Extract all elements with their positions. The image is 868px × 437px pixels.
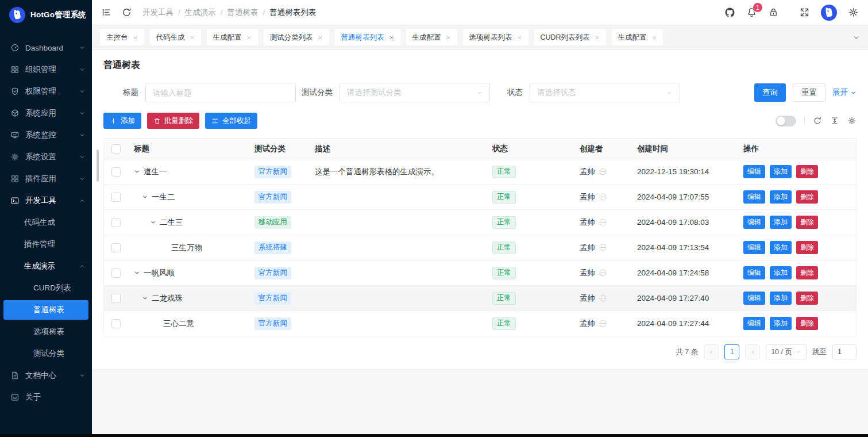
tab-console[interactable]: 主控台 [100, 29, 144, 45]
sidebar-item-curd-list[interactable]: CURD列表 [0, 277, 92, 299]
tab-gen-config-2[interactable]: 生成配置 [406, 29, 457, 45]
delete-button[interactable]: 删除 [796, 266, 818, 279]
page-number-button[interactable]: 1 [724, 344, 739, 359]
add-child-button[interactable]: 添加 [770, 216, 792, 229]
edit-button[interactable]: 编辑 [743, 216, 765, 229]
breadcrumb-item[interactable]: 普通树表 [227, 7, 259, 18]
striped-toggle[interactable] [776, 116, 796, 126]
add-child-button[interactable]: 添加 [770, 241, 792, 254]
status-select[interactable]: 请选择状态 [530, 83, 680, 102]
delete-button[interactable]: 删除 [796, 190, 818, 204]
sidebar-item-normal-tree[interactable]: 普通树表 [3, 300, 88, 320]
delete-button[interactable]: 删除 [796, 317, 818, 330]
sidebar-collapse-icon[interactable] [101, 7, 112, 18]
add-child-button[interactable]: 添加 [770, 317, 792, 330]
sidebar-item-doc-center[interactable]: 文档中心 [0, 365, 92, 386]
edit-button[interactable]: 编辑 [743, 292, 765, 305]
creator-more-icon[interactable] [599, 218, 607, 227]
fullscreen-icon[interactable] [799, 7, 810, 18]
add-child-button[interactable]: 添加 [770, 165, 792, 178]
add-button[interactable]: 添加 [103, 113, 141, 129]
search-button[interactable]: 查询 [754, 83, 786, 102]
close-icon[interactable] [595, 35, 600, 40]
edit-button[interactable]: 编辑 [743, 317, 765, 330]
lock-icon[interactable] [768, 7, 779, 18]
sidebar-item-test-category[interactable]: 测试分类 [0, 343, 92, 365]
reset-button[interactable]: 重置 [793, 83, 825, 102]
sidebar-item-system-monitor[interactable]: 系统监控 [0, 124, 92, 146]
github-icon[interactable] [724, 7, 735, 18]
close-icon[interactable] [190, 35, 195, 40]
close-icon[interactable] [651, 35, 657, 40]
expand-arrow-icon[interactable] [134, 270, 140, 276]
sidebar-item-system-app[interactable]: 系统应用 [0, 102, 92, 124]
next-page-button[interactable] [745, 344, 760, 359]
edit-button[interactable]: 编辑 [743, 266, 765, 279]
tab-list-chevron-icon[interactable] [852, 34, 860, 41]
column-settings-gear-icon[interactable] [847, 116, 857, 125]
creator-more-icon[interactable] [599, 243, 607, 252]
sidebar-item-plugin-manage[interactable]: 插件管理 [0, 233, 92, 255]
tab-test-category-list[interactable]: 测试分类列表 [264, 29, 329, 45]
tab-cudr-list[interactable]: CUDR列表列表 [534, 29, 606, 45]
tab-option-tree-list[interactable]: 选项树表列表 [463, 29, 528, 45]
notifications[interactable]: 1 [746, 7, 757, 18]
sidebar-item-option-tree[interactable]: 选项树表 [0, 321, 92, 343]
row-checkbox[interactable] [111, 269, 121, 278]
delete-button[interactable]: 删除 [796, 292, 818, 305]
close-icon[interactable] [246, 35, 252, 40]
row-checkbox[interactable] [111, 218, 121, 227]
app-logo[interactable]: HotGo管理系统 [0, 1, 92, 29]
edit-button[interactable]: 编辑 [743, 165, 765, 178]
delete-button[interactable]: 删除 [796, 216, 818, 229]
row-checkbox[interactable] [111, 243, 121, 252]
add-child-button[interactable]: 添加 [770, 190, 792, 204]
settings-gear-icon[interactable] [848, 7, 859, 18]
edit-button[interactable]: 编辑 [743, 241, 765, 254]
sidebar-item-gen-demo[interactable]: 生成演示 [0, 255, 92, 277]
creator-more-icon[interactable] [599, 319, 607, 328]
expand-filters-link[interactable]: 展开 [832, 87, 857, 98]
density-icon[interactable] [830, 116, 839, 125]
tab-gen-config-3[interactable]: 生成配置 [612, 29, 663, 45]
expand-arrow-icon[interactable] [142, 194, 148, 200]
expand-arrow-icon[interactable] [150, 219, 156, 225]
close-icon[interactable] [446, 35, 451, 40]
sidebar-item-plugin-app[interactable]: 插件应用 [0, 168, 92, 190]
creator-more-icon[interactable] [599, 294, 607, 302]
creator-more-icon[interactable] [599, 269, 607, 277]
row-checkbox[interactable] [111, 193, 121, 202]
breadcrumb-item[interactable]: 生成演示 [185, 7, 216, 18]
tab-normal-tree-list[interactable]: 普通树表列表 [335, 29, 400, 45]
row-checkbox[interactable] [111, 167, 121, 177]
tab-gen-config-1[interactable]: 生成配置 [207, 29, 258, 45]
sidebar-item-dashboard[interactable]: Dashboard [0, 37, 92, 59]
creator-more-icon[interactable] [599, 193, 607, 201]
user-avatar[interactable] [821, 5, 837, 21]
sidebar-item-permission[interactable]: 权限管理 [0, 80, 92, 102]
close-icon[interactable] [389, 35, 394, 40]
delete-button[interactable]: 删除 [796, 165, 818, 178]
expand-arrow-icon[interactable] [134, 168, 140, 175]
scrollbar-thumb[interactable] [97, 150, 99, 182]
batch-delete-button[interactable]: 批量删除 [147, 113, 199, 129]
add-child-button[interactable]: 添加 [770, 266, 792, 279]
row-checkbox[interactable] [111, 294, 121, 303]
sidebar-item-about[interactable]: 关于 [0, 386, 92, 408]
tab-code-gen[interactable]: 代码生成 [150, 29, 201, 45]
title-input[interactable] [145, 83, 296, 102]
select-all-checkbox[interactable] [111, 144, 121, 154]
delete-button[interactable]: 删除 [796, 241, 818, 254]
sidebar-item-org[interactable]: 组织管理 [0, 59, 92, 80]
edit-button[interactable]: 编辑 [743, 190, 765, 204]
close-icon[interactable] [133, 35, 138, 40]
collapse-all-button[interactable]: 全部收起 [205, 113, 257, 129]
category-select[interactable]: 请选择测试分类 [340, 83, 490, 102]
prev-page-button[interactable] [704, 344, 719, 359]
page-size-select[interactable]: 10 / 页 [766, 344, 807, 359]
add-child-button[interactable]: 添加 [770, 292, 792, 305]
sidebar-item-code-gen[interactable]: 代码生成 [0, 212, 92, 233]
refresh-icon[interactable] [121, 7, 132, 18]
close-icon[interactable] [517, 35, 522, 40]
breadcrumb-item[interactable]: 开发工具 [142, 7, 173, 18]
